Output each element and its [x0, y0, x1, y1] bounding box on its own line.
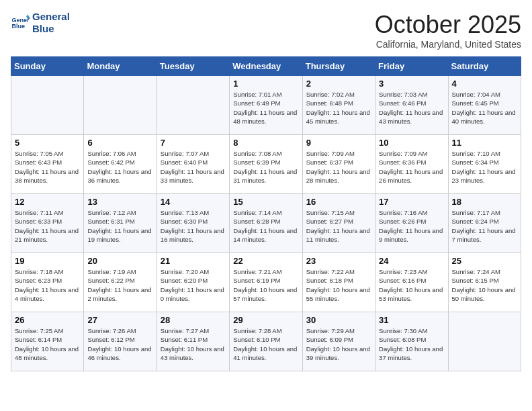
calendar-cell: 1Sunrise: 7:01 AM Sunset: 6:49 PM Daylig…	[230, 76, 302, 135]
calendar-cell: 10Sunrise: 7:09 AM Sunset: 6:36 PM Dayli…	[375, 135, 448, 194]
day-info: Sunrise: 7:17 AM Sunset: 6:24 PM Dayligh…	[452, 208, 517, 244]
day-info: Sunrise: 7:22 AM Sunset: 6:18 PM Dayligh…	[306, 267, 371, 303]
weekday-header-wednesday: Wednesday	[230, 57, 302, 76]
day-number: 11	[452, 138, 517, 148]
day-info: Sunrise: 7:11 AM Sunset: 6:33 PM Dayligh…	[15, 208, 80, 244]
day-info: Sunrise: 7:04 AM Sunset: 6:45 PM Dayligh…	[452, 90, 517, 126]
calendar-cell: 31Sunrise: 7:30 AM Sunset: 6:08 PM Dayli…	[375, 312, 448, 371]
day-info: Sunrise: 7:03 AM Sunset: 6:46 PM Dayligh…	[379, 90, 444, 126]
calendar-cell: 26Sunrise: 7:25 AM Sunset: 6:14 PM Dayli…	[11, 312, 84, 371]
calendar-cell: 28Sunrise: 7:27 AM Sunset: 6:11 PM Dayli…	[157, 312, 229, 371]
day-number: 9	[306, 138, 371, 148]
month-title: October 2025	[375, 11, 521, 39]
day-info: Sunrise: 7:12 AM Sunset: 6:31 PM Dayligh…	[87, 208, 152, 244]
day-info: Sunrise: 7:26 AM Sunset: 6:12 PM Dayligh…	[87, 326, 152, 362]
day-number: 28	[161, 315, 226, 325]
calendar-table: SundayMondayTuesdayWednesdayThursdayFrid…	[11, 56, 521, 371]
day-number: 20	[87, 256, 152, 266]
day-info: Sunrise: 7:21 AM Sunset: 6:19 PM Dayligh…	[233, 267, 298, 303]
weekday-header-monday: Monday	[84, 57, 157, 76]
calendar-week-row: 5Sunrise: 7:05 AM Sunset: 6:43 PM Daylig…	[11, 135, 521, 194]
calendar-cell: 14Sunrise: 7:13 AM Sunset: 6:30 PM Dayli…	[157, 194, 229, 253]
calendar-cell: 2Sunrise: 7:02 AM Sunset: 6:48 PM Daylig…	[302, 76, 375, 135]
logo: General Blue General Blue	[11, 11, 70, 35]
day-info: Sunrise: 7:13 AM Sunset: 6:30 PM Dayligh…	[161, 208, 226, 244]
logo-icon: General Blue	[11, 13, 30, 32]
day-info: Sunrise: 7:27 AM Sunset: 6:11 PM Dayligh…	[161, 326, 226, 362]
day-info: Sunrise: 7:25 AM Sunset: 6:14 PM Dayligh…	[15, 326, 80, 362]
weekday-header-sunday: Sunday	[11, 57, 84, 76]
calendar-cell: 20Sunrise: 7:19 AM Sunset: 6:22 PM Dayli…	[84, 253, 157, 312]
day-number: 10	[379, 138, 444, 148]
day-info: Sunrise: 7:14 AM Sunset: 6:28 PM Dayligh…	[233, 208, 298, 244]
day-info: Sunrise: 7:29 AM Sunset: 6:09 PM Dayligh…	[306, 326, 371, 362]
day-number: 19	[15, 256, 80, 266]
calendar-title-area: October 2025 California, Maryland, Unite…	[375, 11, 521, 50]
calendar-cell: 8Sunrise: 7:08 AM Sunset: 6:39 PM Daylig…	[230, 135, 302, 194]
day-number: 3	[379, 79, 444, 89]
day-number: 23	[306, 256, 371, 266]
calendar-week-row: 1Sunrise: 7:01 AM Sunset: 6:49 PM Daylig…	[11, 76, 521, 135]
calendar-cell: 13Sunrise: 7:12 AM Sunset: 6:31 PM Dayli…	[84, 194, 157, 253]
day-info: Sunrise: 7:08 AM Sunset: 6:39 PM Dayligh…	[233, 149, 298, 185]
calendar-cell: 24Sunrise: 7:23 AM Sunset: 6:16 PM Dayli…	[375, 253, 448, 312]
day-number: 8	[233, 138, 298, 148]
day-number: 13	[87, 197, 152, 207]
day-number: 17	[379, 197, 444, 207]
day-number: 16	[306, 197, 371, 207]
day-info: Sunrise: 7:07 AM Sunset: 6:40 PM Dayligh…	[161, 149, 226, 185]
svg-text:Blue: Blue	[11, 23, 25, 30]
day-number: 26	[15, 315, 80, 325]
calendar-cell: 9Sunrise: 7:09 AM Sunset: 6:37 PM Daylig…	[302, 135, 375, 194]
day-info: Sunrise: 7:30 AM Sunset: 6:08 PM Dayligh…	[379, 326, 444, 362]
weekday-header-row: SundayMondayTuesdayWednesdayThursdayFrid…	[11, 57, 521, 76]
day-number: 12	[15, 197, 80, 207]
calendar-cell: 15Sunrise: 7:14 AM Sunset: 6:28 PM Dayli…	[230, 194, 302, 253]
calendar-cell	[448, 312, 521, 371]
day-info: Sunrise: 7:24 AM Sunset: 6:15 PM Dayligh…	[452, 267, 517, 303]
calendar-cell: 6Sunrise: 7:06 AM Sunset: 6:42 PM Daylig…	[84, 135, 157, 194]
svg-text:General: General	[11, 17, 30, 24]
weekday-header-thursday: Thursday	[302, 57, 375, 76]
calendar-cell: 4Sunrise: 7:04 AM Sunset: 6:45 PM Daylig…	[448, 76, 521, 135]
day-info: Sunrise: 7:02 AM Sunset: 6:48 PM Dayligh…	[306, 90, 371, 126]
day-number: 25	[452, 256, 517, 266]
calendar-cell: 11Sunrise: 7:10 AM Sunset: 6:34 PM Dayli…	[448, 135, 521, 194]
calendar-cell: 29Sunrise: 7:28 AM Sunset: 6:10 PM Dayli…	[230, 312, 302, 371]
logo-text: General Blue	[32, 11, 70, 35]
day-number: 22	[233, 256, 298, 266]
location-subtitle: California, Maryland, United States	[375, 39, 521, 50]
calendar-cell: 5Sunrise: 7:05 AM Sunset: 6:43 PM Daylig…	[11, 135, 84, 194]
svg-marker-2	[26, 14, 30, 17]
day-info: Sunrise: 7:15 AM Sunset: 6:27 PM Dayligh…	[306, 208, 371, 244]
day-info: Sunrise: 7:06 AM Sunset: 6:42 PM Dayligh…	[87, 149, 152, 185]
calendar-cell: 12Sunrise: 7:11 AM Sunset: 6:33 PM Dayli…	[11, 194, 84, 253]
calendar-cell: 18Sunrise: 7:17 AM Sunset: 6:24 PM Dayli…	[448, 194, 521, 253]
weekday-header-saturday: Saturday	[448, 57, 521, 76]
day-number: 18	[452, 197, 517, 207]
day-number: 24	[379, 256, 444, 266]
day-info: Sunrise: 7:01 AM Sunset: 6:49 PM Dayligh…	[233, 90, 298, 126]
day-info: Sunrise: 7:05 AM Sunset: 6:43 PM Dayligh…	[15, 149, 80, 185]
calendar-cell	[11, 76, 84, 135]
day-info: Sunrise: 7:18 AM Sunset: 6:23 PM Dayligh…	[15, 267, 80, 303]
day-number: 5	[15, 138, 80, 148]
calendar-cell: 17Sunrise: 7:16 AM Sunset: 6:26 PM Dayli…	[375, 194, 448, 253]
day-number: 27	[87, 315, 152, 325]
calendar-cell: 27Sunrise: 7:26 AM Sunset: 6:12 PM Dayli…	[84, 312, 157, 371]
day-number: 7	[161, 138, 226, 148]
calendar-cell: 23Sunrise: 7:22 AM Sunset: 6:18 PM Dayli…	[302, 253, 375, 312]
day-number: 6	[87, 138, 152, 148]
calendar-cell: 16Sunrise: 7:15 AM Sunset: 6:27 PM Dayli…	[302, 194, 375, 253]
day-info: Sunrise: 7:23 AM Sunset: 6:16 PM Dayligh…	[379, 267, 444, 303]
day-info: Sunrise: 7:09 AM Sunset: 6:37 PM Dayligh…	[306, 149, 371, 185]
day-number: 14	[161, 197, 226, 207]
calendar-week-row: 19Sunrise: 7:18 AM Sunset: 6:23 PM Dayli…	[11, 253, 521, 312]
day-number: 1	[233, 79, 298, 89]
day-info: Sunrise: 7:09 AM Sunset: 6:36 PM Dayligh…	[379, 149, 444, 185]
day-number: 15	[233, 197, 298, 207]
day-info: Sunrise: 7:19 AM Sunset: 6:22 PM Dayligh…	[87, 267, 152, 303]
calendar-cell	[157, 76, 229, 135]
calendar-week-row: 26Sunrise: 7:25 AM Sunset: 6:14 PM Dayli…	[11, 312, 521, 371]
day-number: 4	[452, 79, 517, 89]
